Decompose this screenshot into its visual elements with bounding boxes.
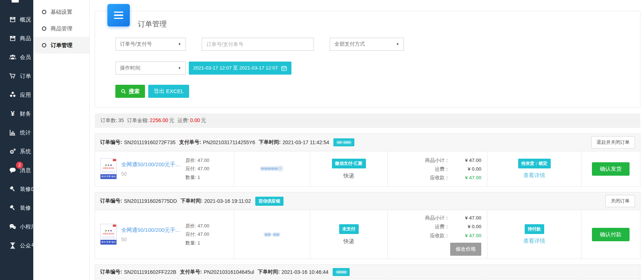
- product-name-link[interactable]: 全网通50/100/200元手...: [121, 226, 182, 234]
- sidebar-item-finance[interactable]: ¥ 财务: [0, 104, 33, 123]
- radio-circle-icon: [42, 10, 46, 14]
- order-time-value: 2021-03-17 11:42:54: [282, 139, 329, 145]
- order-card-body: 话费充值94折 移动 联通 电信 全网通50/100/200元手... 50 原…: [95, 151, 640, 186]
- orders-summary-bar: 订单数:35订单金额:2256.00元运费:0.00元: [95, 113, 640, 128]
- pay-no-label: 支付单号:: [179, 139, 201, 146]
- order-count-label: 订单数:: [101, 117, 117, 123]
- sidebar-item-mini-program[interactable]: 小程序: [0, 217, 33, 236]
- sidebar-item-messages[interactable]: 消息 2: [0, 161, 33, 180]
- sidebar-item-decorate[interactable]: 装修: [0, 198, 33, 217]
- sidebar-item-members[interactable]: 会员: [0, 48, 33, 67]
- members-icon: [9, 53, 17, 61]
- sidebar-item-statistics[interactable]: 统计: [0, 123, 33, 142]
- product-image-tag: [113, 159, 116, 161]
- confirm-ship-button[interactable]: 确认发货: [592, 162, 630, 176]
- paid-price: 47.00: [197, 166, 209, 171]
- payment-method-badge: 微信支付-汇聚: [332, 159, 366, 168]
- view-detail-link[interactable]: 查看详情: [524, 172, 545, 179]
- product-prices: 原价: 47.00 应付: 47.00 数量: 1: [185, 222, 209, 247]
- subtotal-value: ¥ 47.00: [449, 156, 481, 165]
- sidebar-item-system[interactable]: 系统: [0, 142, 33, 161]
- date-range-value: 2021-03-17 12:07 至 2021-03-17 12:07: [193, 65, 278, 71]
- order-count-value: 35: [118, 117, 124, 123]
- chevron-down-icon: ▼: [178, 42, 181, 46]
- sidebar-item-official-account[interactable]: 公众号: [0, 236, 33, 255]
- order-time-value: 2021-03-16 19:11:02: [204, 198, 251, 204]
- sidebar-item-label: 财务: [20, 110, 31, 117]
- order-sn-value: SN201119160272F735: [124, 139, 176, 145]
- product-image-tag: [113, 225, 116, 227]
- product-image-footer: 移动 联通 电信: [101, 174, 116, 179]
- order-amount-value: 2256.00: [150, 117, 168, 123]
- export-excel-button[interactable]: 导出 EXCEL: [148, 85, 189, 98]
- apps-icon: [9, 91, 17, 99]
- status-cell: 待付款 查看详情: [487, 210, 581, 259]
- totals-cell: 商品小计：¥ 47.00 运费：¥ 0.00 应收款：¥ 47.00 修改价格: [387, 210, 487, 259]
- view-detail-link[interactable]: 查看详情: [524, 238, 545, 245]
- search-type-select[interactable]: 订单号/支付号 ▼: [115, 38, 186, 51]
- statistics-icon: [9, 129, 17, 137]
- sidebar-item-label: 小程序: [20, 223, 37, 230]
- product-image[interactable]: 话费充值94折 移动 联通 电信: [100, 224, 117, 245]
- product-image[interactable]: 话费充值94折 移动 联通 电信: [100, 158, 117, 179]
- freight-value: ¥ 0.00: [449, 165, 481, 174]
- order-number-input[interactable]: [202, 38, 314, 51]
- submenu-item-order-management[interactable]: 订单管理: [33, 37, 89, 54]
- submenu-item-label: 商品管理: [51, 25, 72, 32]
- receivable-value: ¥ 47.00: [449, 174, 481, 182]
- orig-price: 47.00: [197, 223, 209, 229]
- clipped-menu-icon: [12, 0, 19, 3]
- decorate-diy-icon: [9, 185, 17, 193]
- radio-circle-icon: [42, 43, 46, 47]
- delivery-type: 快递: [344, 172, 354, 179]
- modify-price-button[interactable]: 修改价格: [450, 243, 481, 256]
- export-excel-label: 导出 EXCEL: [154, 88, 184, 95]
- menu-toggle-button[interactable]: [107, 4, 130, 26]
- official-account-icon: [9, 242, 17, 250]
- product-cell: 话费充值94折 移动 联通 电信 全网通50/100/200元手... 50 原…: [95, 151, 234, 186]
- action-cell: 确认付款: [581, 210, 640, 259]
- order-time-label: 下单时间:: [258, 269, 280, 275]
- pay-method-value: 全部支付方式: [334, 41, 365, 47]
- order-time-label: 下单时间:: [259, 139, 281, 146]
- paid-price: 47.00: [197, 231, 209, 237]
- search-button[interactable]: 搜索: [115, 85, 145, 98]
- sidebar-item-orders[interactable]: 订单: [0, 67, 33, 85]
- supplier-badge: 芸信供应链: [255, 197, 283, 206]
- order-sn-value: SN2011191602FF222B: [124, 269, 176, 275]
- sidebar-item-overview[interactable]: 概况: [0, 10, 33, 29]
- close-order-button[interactable]: 关闭订单: [605, 195, 635, 207]
- date-range-picker[interactable]: 2021-03-17 12:07 至 2021-03-17 12:07: [189, 62, 291, 75]
- order-sn-label: 订单编号:: [100, 269, 122, 275]
- submenu-item-basic-settings[interactable]: 基础设置: [33, 4, 89, 20]
- confirm-pay-button[interactable]: 确认付款: [592, 228, 630, 241]
- order-card-body: 话费充值94折 移动 联通 电信 全网通50/100/200元手... 50 原…: [95, 210, 640, 259]
- sidebar-item-apps[interactable]: 应用: [0, 85, 33, 104]
- payment-cell: 未支付 快递: [310, 210, 387, 259]
- quantity: 1: [197, 175, 200, 180]
- sidebar-item-goods[interactable]: 商品: [0, 29, 33, 48]
- sidebar-item-decorate-diy[interactable]: 装修DIY: [0, 180, 33, 198]
- search-button-label: 搜索: [129, 88, 140, 95]
- sidebar-item-label: 装修: [20, 205, 31, 212]
- submenu-item-label: 基础设置: [51, 9, 72, 16]
- buyer-cell: ■■ ■■: [234, 210, 310, 259]
- search-panel: 订单管理 订单号/支付号 ▼ 全部支付方式 ▼ 操作时间 ▼ 2021-03-1…: [95, 11, 640, 108]
- receivable-value: ¥ 47.00: [449, 231, 481, 240]
- pay-method-select[interactable]: 全部支付方式 ▼: [330, 38, 404, 51]
- hamburger-icon: [114, 12, 123, 13]
- search-icon: [121, 89, 126, 94]
- submenu-item-label: 订单管理: [51, 42, 72, 49]
- product-name-link[interactable]: 全网通50/100/200元手...: [121, 161, 182, 168]
- order-sn-value: SN20111916026775DD: [124, 198, 177, 204]
- pay-no-value: PN20210316104645ul: [204, 269, 254, 275]
- messages-icon: [9, 166, 17, 174]
- order-time-value: 2021-03-16 10:46:44: [281, 269, 328, 275]
- refund-close-order-button[interactable]: 退款并关闭订单: [591, 136, 635, 149]
- time-type-select[interactable]: 操作时间 ▼: [115, 62, 186, 75]
- freight-label: 运费:: [178, 117, 189, 123]
- buyer-cell: ■■■■■技: [234, 151, 310, 186]
- messages-badge: 2: [16, 162, 23, 169]
- order-amount-unit: 元: [169, 117, 174, 123]
- submenu-item-goods-management[interactable]: 商品管理: [33, 20, 89, 37]
